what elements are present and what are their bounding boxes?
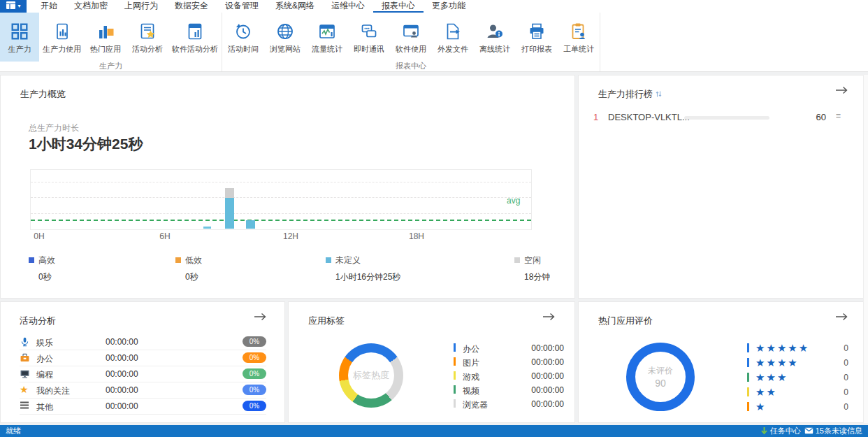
legend-item-undefined: 未定义 1小时16分钟25秒 [326, 255, 400, 283]
tag-legend-row[interactable]: 游戏 00:00:00 [454, 369, 565, 383]
legend-value: 1小时16分钟25秒 [335, 271, 400, 283]
activity-row-my-focus[interactable]: ★ 我的关注 00:00:00 0% [20, 382, 266, 399]
ribbon-button-activity-analysis[interactable]: 活动分析 [126, 13, 168, 62]
rating-count: 0 [844, 387, 848, 397]
legend-marker [514, 257, 520, 263]
ready-status-text: 就绪 [6, 426, 21, 436]
rating-row-5-stars[interactable]: ★★★★★ 0 [747, 341, 848, 356]
doc-arrow-icon [444, 20, 462, 43]
star-rating: ★★★★★ [755, 342, 809, 354]
clipboard-user-icon [570, 20, 588, 43]
activity-label: 娱乐 [36, 337, 53, 349]
x-tick: 0H [29, 231, 50, 241]
rating-row-1-star[interactable]: ★ 0 [747, 400, 848, 415]
computer-name: DESKTOP-VLKTL... [608, 112, 690, 122]
activity-row-office[interactable]: 办公 00:00:00 0% [20, 350, 266, 366]
panel-arrow-button[interactable] [835, 86, 848, 96]
tab-more-features[interactable]: 更多功能 [424, 0, 474, 13]
ribbon-button-offline-stats[interactable]: 离线统计 [474, 13, 516, 62]
ribbon-button-ticket-stats[interactable]: 工单统计 [558, 13, 600, 62]
tab-web-behavior[interactable]: 上网行为 [116, 0, 166, 13]
legend-marker [747, 373, 749, 382]
ribbon-button-print-report[interactable]: 打印报表 [516, 13, 558, 62]
activity-row-programming[interactable]: 编程 00:00:00 0% [20, 366, 266, 382]
legend-marker [454, 371, 456, 380]
ribbon-button-label: 生产力 [8, 44, 31, 55]
total-duration-label: 总生产力时长 [29, 122, 79, 134]
legend-marker [454, 385, 456, 394]
activity-label: 办公 [36, 353, 53, 365]
unread-messages-button[interactable]: 15条未读信息 [804, 426, 862, 436]
tag-time: 00:00:00 [531, 385, 564, 395]
rating-row-4-stars[interactable]: ★★★★ 0 [747, 356, 848, 371]
activity-percent-badge: 0% [243, 368, 266, 379]
legend-marker [454, 343, 456, 352]
tag-legend-row[interactable]: 视频 00:00:00 [454, 383, 565, 397]
ranking-row[interactable]: 1 DESKTOP-VLKTL... 60 = [579, 109, 867, 127]
doc-star-icon [138, 20, 157, 43]
ribbon-button-activity-time[interactable]: 活动时间 [222, 13, 264, 62]
ribbon-button-browse-sites[interactable]: 浏览网站 [264, 13, 306, 62]
tag-label: 图片 [463, 357, 479, 369]
tab-ops-center[interactable]: 运维中心 [323, 0, 373, 13]
rating-count: 0 [844, 402, 848, 412]
ribbon-button-productivity-usage[interactable]: 生产力使用 [39, 13, 85, 62]
activity-row-other[interactable]: 其他 00:00:00 0% [20, 399, 266, 415]
panel-arrow-button[interactable] [254, 313, 266, 323]
legend-value: 0秒 [38, 271, 55, 283]
tag-time: 00:00:00 [531, 343, 564, 353]
legend-item-efficient: 高效 0秒 [29, 255, 55, 283]
chart-bar [203, 227, 211, 229]
activity-time: 00:00:00 [106, 353, 138, 363]
donut-center-label: 未评价 [648, 365, 673, 377]
ribbon-button-instant-messaging[interactable]: 即时通讯 [348, 13, 390, 62]
total-duration-value: 1小时34分钟25秒 [29, 134, 143, 154]
sort-icon[interactable] [656, 89, 662, 100]
tab-data-security[interactable]: 数据安全 [166, 0, 217, 13]
panel-title: 应用标签 [308, 315, 345, 327]
trend-equal-icon: = [836, 111, 841, 121]
panel-arrow-button[interactable] [542, 313, 555, 323]
task-center-button[interactable]: 任务中心 [760, 426, 801, 436]
tab-device-mgmt[interactable]: 设备管理 [217, 0, 267, 13]
activity-row-entertainment[interactable]: 娱乐 00:00:00 0% [20, 334, 266, 350]
legend-item-idle: 空闲 18分钟 [514, 255, 550, 283]
app-menu-button[interactable]: ▾ [0, 0, 27, 13]
tag-legend-row[interactable]: 图片 00:00:00 [454, 355, 565, 369]
donut-center: 标签热度 [348, 352, 394, 399]
tag-legend-row[interactable]: 办公 00:00:00 [454, 341, 565, 355]
activity-list: 娱乐 00:00:00 0% 办公 00:00:00 0% 编程 00:00:0… [20, 334, 266, 415]
scrollbar-track[interactable] [863, 75, 868, 423]
ribbon-button-traffic-stats[interactable]: 流量统计 [306, 13, 348, 62]
task-center-label: 任务中心 [770, 426, 801, 436]
tag-legend-row[interactable]: 浏览器 00:00:00 [454, 397, 565, 411]
panel-arrow-button[interactable] [835, 313, 848, 323]
rating-row-3-stars[interactable]: ★★★ 0 [747, 371, 848, 385]
tag-label: 游戏 [463, 371, 479, 383]
menu-lines-icon [20, 401, 32, 412]
activity-percent-badge: 0% [243, 401, 266, 411]
ribbon-button-label: 工单统计 [563, 44, 594, 55]
tab-report-center[interactable]: 报表中心 [373, 0, 424, 13]
legend-value: 18分钟 [524, 271, 550, 283]
tab-start[interactable]: 开始 [32, 0, 66, 13]
tab-doc-encrypt[interactable]: 文档加密 [66, 0, 116, 13]
bars-box-icon [96, 20, 115, 43]
tag-label: 办公 [463, 343, 479, 355]
panel-productivity-ranking: 生产力排行榜 1 DESKTOP-VLKTL... 60 = [578, 75, 868, 299]
clock-history-icon [234, 20, 252, 43]
legend-marker [454, 399, 456, 408]
progress-bar [684, 116, 769, 120]
ribbon-button-software-activity[interactable]: 软件活动分析 [168, 13, 222, 62]
tab-system-network[interactable]: 系统&网络 [267, 0, 323, 13]
tag-time: 00:00:00 [531, 399, 564, 409]
x-tick: 18H [406, 231, 427, 241]
ribbon-button-hot-apps[interactable]: 热门应用 [85, 13, 126, 62]
ribbon-button-label: 离线统计 [479, 44, 510, 55]
ribbon-button-productivity[interactable]: 生产力 [0, 13, 39, 62]
ribbon-group-report-center: 活动时间 浏览网站 流量统计 即时通讯 [222, 13, 600, 71]
rating-row-2-stars[interactable]: ★★ 0 [747, 385, 848, 400]
panel-activity-analysis: 活动分析 娱乐 00:00:00 0% 办公 00:00:00 0% 编程 00… [0, 301, 285, 423]
ribbon-button-software-usage[interactable]: 软件使用 [390, 13, 432, 62]
ribbon-button-outgoing-files[interactable]: 外发文件 [432, 13, 474, 62]
